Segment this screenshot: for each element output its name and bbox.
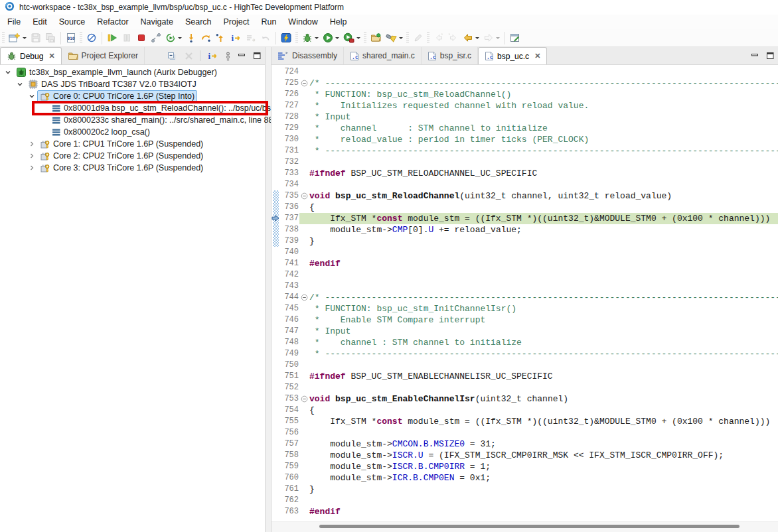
line-number[interactable]: 758 (280, 450, 299, 461)
menu-help[interactable]: Help (324, 15, 353, 29)
code-line[interactable]: 730 * reload_value : period in timer tic… (272, 134, 778, 145)
code-line[interactable]: 732 (272, 157, 778, 168)
menu-refactor[interactable]: Refactor (91, 15, 134, 29)
code-line[interactable]: 738 module_stm->CMP[0].U += reload_value… (272, 224, 778, 235)
run-button[interactable] (321, 31, 341, 44)
code-line[interactable]: 739} (272, 235, 778, 247)
line-number[interactable]: 760 (280, 472, 299, 484)
fold-collapse-icon[interactable] (299, 78, 309, 89)
line-number[interactable]: 724 (280, 66, 299, 78)
line-number[interactable]: 726 (280, 89, 299, 100)
minimize-editor-button[interactable] (748, 50, 762, 61)
open-task-button[interactable] (368, 31, 384, 44)
annotation-ruler[interactable] (272, 472, 280, 484)
line-number[interactable]: 740 (280, 247, 299, 258)
search-button[interactable] (384, 31, 405, 44)
line-number[interactable]: 754 (280, 405, 299, 416)
dropdown-caret-icon[interactable] (23, 37, 27, 39)
code-line[interactable]: 728 * Input (272, 111, 778, 123)
annotation-ruler[interactable] (272, 281, 280, 292)
line-number[interactable]: 738 (280, 224, 299, 235)
dropdown-caret-icon[interactable] (496, 37, 500, 39)
chevron-down-icon[interactable] (3, 69, 13, 76)
line-number[interactable]: 744 (280, 292, 299, 303)
annotation-ruler[interactable] (272, 89, 280, 100)
line-number[interactable]: 763 (280, 506, 299, 517)
line-number[interactable]: 759 (280, 461, 299, 472)
menu-file[interactable]: File (1, 15, 27, 29)
line-number[interactable]: 725 (280, 78, 299, 89)
code-line[interactable]: 757 module_stm->CMCON.B.MSIZE0 = 31; (272, 438, 778, 450)
flash-download-button[interactable] (279, 31, 294, 44)
horizontal-scrollbar-thumb[interactable] (319, 525, 739, 528)
annotation-ruler[interactable] (272, 416, 280, 427)
line-number[interactable]: 748 (280, 337, 299, 348)
last-edit-location-button[interactable] (508, 31, 522, 44)
debug-tree-item[interactable]: Core 2: CPU2 TriCore 1.6P (Suspended) (0, 150, 265, 162)
annotation-ruler[interactable] (272, 111, 280, 123)
line-number[interactable]: 746 (280, 314, 299, 326)
annotation-ruler[interactable] (272, 157, 280, 168)
line-number[interactable]: 727 (280, 100, 299, 111)
annotation-ruler[interactable] (272, 78, 280, 89)
dropdown-caret-icon[interactable] (356, 37, 360, 39)
external-tools-button[interactable] (341, 31, 362, 44)
annotation-ruler[interactable] (272, 314, 280, 326)
annotation-ruler[interactable] (272, 506, 280, 517)
code-line[interactable]: 754{ (272, 405, 778, 416)
line-number[interactable]: 733 (280, 168, 299, 179)
line-number[interactable]: 729 (280, 123, 299, 134)
minimize-view-button[interactable] (235, 50, 249, 61)
annotation-ruler[interactable] (272, 303, 280, 314)
annotation-ruler[interactable] (272, 427, 280, 438)
code-line[interactable]: 741#endif (272, 258, 778, 269)
code-line[interactable]: 750 (272, 360, 778, 371)
collapse-all-button[interactable] (164, 50, 180, 62)
annotation-ruler[interactable] (272, 438, 280, 450)
back-history-button[interactable] (461, 31, 481, 44)
close-icon[interactable]: ✕ (534, 52, 540, 60)
line-number[interactable]: 736 (280, 202, 299, 213)
chevron-down-icon[interactable] (15, 81, 25, 88)
code-line[interactable]: 751#ifndef BSP_UC_STM_ENABLECHANNELISR_U… (272, 371, 778, 382)
new-button[interactable] (7, 31, 29, 44)
annotation-ruler[interactable] (272, 326, 280, 337)
line-number[interactable]: 749 (280, 348, 299, 360)
toolbar-drag-handle[interactable] (364, 32, 366, 44)
annotation-ruler[interactable] (272, 393, 280, 405)
debug-tree-item[interactable]: tc38x_bsp_example_llvm_launch (Aurix Deb… (0, 66, 265, 78)
code-line[interactable]: 743 (272, 281, 778, 292)
code-line[interactable]: 731 * ----------------------------------… (272, 145, 778, 157)
debug-tree-item[interactable]: 0x8000233c shared_main(): ../src/shared_… (0, 114, 265, 126)
menu-edit[interactable]: Edit (27, 15, 53, 29)
line-number[interactable]: 756 (280, 427, 299, 438)
code-line[interactable]: 763#endif (272, 506, 778, 517)
annotation-ruler[interactable] (272, 382, 280, 393)
fold-collapse-icon[interactable] (299, 190, 309, 202)
annotation-ruler[interactable] (272, 258, 280, 269)
resume-button[interactable] (105, 31, 119, 44)
dropdown-caret-icon[interactable] (475, 37, 479, 39)
fold-collapse-icon[interactable] (299, 292, 309, 303)
menu-navigate[interactable]: Navigate (135, 15, 179, 29)
editor-tab-bsp-isr-c[interactable]: .cbsp_isr.c (422, 47, 478, 64)
annotation-ruler[interactable] (272, 495, 280, 506)
line-number[interactable]: 739 (280, 235, 299, 247)
code-line[interactable]: 744/* ----------------------------------… (272, 292, 778, 303)
toolbar-drag-handle[interactable] (427, 32, 429, 44)
line-number[interactable]: 732 (280, 157, 299, 168)
annotation-ruler[interactable] (272, 235, 280, 247)
dropdown-caret-icon[interactable] (315, 37, 319, 39)
toolbar-drag-handle[interactable] (2, 32, 5, 44)
code-line[interactable]: 749 * ----------------------------------… (272, 348, 778, 360)
code-line[interactable]: 746 * Enable STM Compare interrupt (272, 314, 778, 326)
code-line[interactable]: 734 (272, 179, 778, 190)
annotation-ruler[interactable] (272, 269, 280, 281)
annotation-ruler[interactable] (272, 145, 280, 157)
annotation-ruler[interactable] (272, 123, 280, 134)
annotation-ruler[interactable] (272, 484, 280, 495)
code-line[interactable]: 758 module_stm->ISCR.U = (IFX_STM_ISCR_C… (272, 450, 778, 461)
line-number[interactable]: 741 (280, 258, 299, 269)
line-number[interactable]: 762 (280, 495, 299, 506)
terminate-button[interactable] (134, 31, 149, 44)
